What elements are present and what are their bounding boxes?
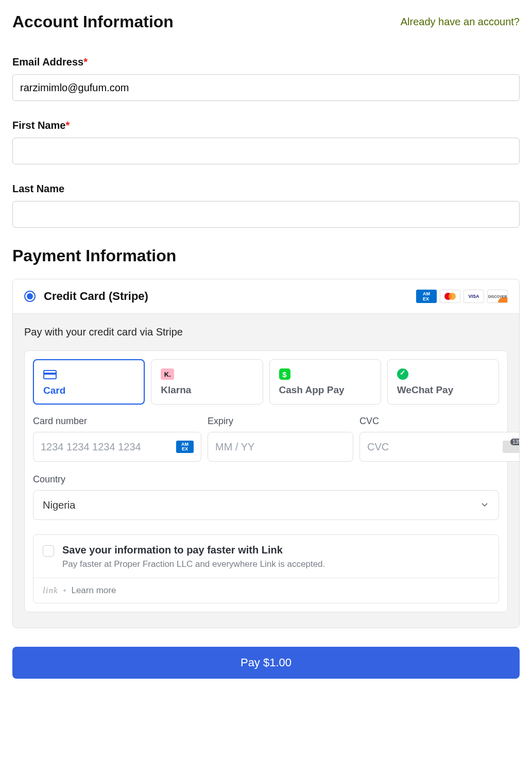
cashapp-icon: $ [279, 368, 290, 380]
expiry-input[interactable] [215, 441, 346, 453]
tab-cashapp-label: Cash App Pay [279, 384, 371, 396]
link-logo-icon: link [43, 585, 58, 596]
payment-method-label: Credit Card (Stripe) [44, 290, 148, 303]
expiry-label: Expiry [208, 416, 353, 427]
cvc-label: CVC [359, 416, 520, 427]
learn-more-link[interactable]: Learn more [71, 585, 116, 596]
country-label: Country [33, 474, 499, 485]
account-info-heading: Account Information [12, 12, 174, 31]
visa-icon: VISA [464, 290, 484, 303]
save-link-subtitle: Pay faster at Proper Fraction LLC and ev… [62, 559, 325, 569]
mastercard-icon [440, 290, 460, 303]
last-name-field[interactable] [12, 201, 520, 228]
tab-wechat[interactable]: WeChat Pay [387, 359, 499, 405]
tab-klarna[interactable]: K. Klarna [151, 359, 263, 405]
pay-button[interactable]: Pay $1.00 [12, 647, 520, 679]
payment-info-heading: Payment Information [12, 246, 520, 265]
chevron-down-icon [480, 500, 489, 510]
tab-cashapp[interactable]: $ Cash App Pay [269, 359, 381, 405]
tab-card[interactable]: Card [33, 359, 145, 405]
discover-icon: DISCOVER [487, 290, 508, 303]
first-name-field[interactable] [12, 138, 520, 164]
payment-description: Pay with your credit card via Stripe [24, 326, 508, 338]
cvc-input[interactable] [367, 441, 497, 453]
separator-dot: • [63, 585, 66, 596]
payment-method-radio[interactable] [24, 291, 36, 302]
klarna-icon: K. [161, 368, 174, 380]
tab-wechat-label: WeChat Pay [397, 384, 489, 396]
save-link-box: Save your information to pay faster with… [33, 534, 499, 603]
amex-icon: AMEX [416, 290, 437, 303]
last-name-label: Last Name [12, 183, 520, 195]
payment-card: Credit Card (Stripe) AMEX VISA DISCOVER … [12, 279, 520, 628]
country-select[interactable]: Nigeria [33, 490, 499, 520]
tab-card-label: Card [43, 385, 134, 396]
save-link-checkbox[interactable] [43, 545, 54, 557]
first-name-label: First Name* [12, 120, 520, 131]
card-number-input[interactable] [41, 441, 171, 453]
save-link-title: Save your information to pay faster with… [62, 544, 325, 556]
amex-card-icon: AMEX [176, 441, 194, 453]
already-have-account-link[interactable]: Already have an account? [401, 16, 520, 28]
card-number-label: Card number [33, 416, 201, 427]
cvc-card-icon [503, 441, 520, 453]
email-label: Email Address* [12, 56, 520, 68]
email-field[interactable] [12, 74, 520, 101]
country-value: Nigeria [43, 499, 75, 511]
tab-klarna-label: Klarna [161, 384, 253, 396]
wechat-icon [397, 368, 408, 380]
card-icon [43, 370, 57, 379]
